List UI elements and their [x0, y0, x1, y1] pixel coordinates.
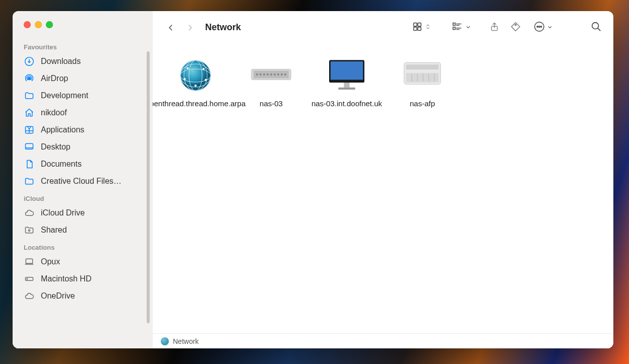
sidebar-item-desktop[interactable]: Desktop [13, 138, 153, 156]
svg-rect-13 [453, 27, 456, 29]
item-name: nas-03.int.doofnet.uk [309, 99, 384, 109]
sidebar-item-label: OneDrive [41, 292, 75, 301]
svg-rect-11 [418, 27, 421, 30]
sidebar-item-label: Documents [41, 160, 82, 169]
svg-point-27 [186, 67, 188, 69]
sidebar-item-documents[interactable]: Documents [13, 156, 153, 173]
close-window-button[interactable] [24, 21, 31, 28]
mac-pro-rack-icon [250, 55, 292, 96]
svg-point-36 [263, 74, 265, 76]
sidebar-item-label: Macintosh HD [41, 274, 91, 283]
sidebar-item-downloads[interactable]: Downloads [13, 53, 153, 70]
svg-point-40 [277, 74, 279, 76]
group-icon [451, 21, 463, 34]
network-item[interactable]: nas-afp [385, 55, 460, 109]
shared-folder-icon [24, 225, 35, 236]
sidebar-item-label: Development [41, 91, 88, 100]
sidebar-item-home[interactable]: nikdoof [13, 104, 153, 121]
sidebar-item-label: Downloads [41, 57, 81, 66]
house-icon [24, 107, 35, 118]
sidebar-item-opux[interactable]: Opux [13, 253, 153, 270]
sidebar-item-development[interactable]: Development [13, 87, 153, 104]
tag-icon [510, 21, 521, 34]
sidebar-section-favourites: Favourites [13, 38, 153, 53]
svg-rect-9 [418, 23, 421, 26]
svg-point-19 [540, 26, 541, 27]
svg-point-30 [205, 79, 207, 81]
window-title: Network [205, 22, 241, 33]
svg-rect-8 [414, 23, 417, 26]
cloud-icon [24, 207, 35, 219]
chevron-down-icon [465, 23, 471, 32]
svg-point-41 [281, 74, 283, 76]
sidebar: Favourites Downloads AirDrop Development… [13, 11, 153, 348]
svg-point-4 [28, 230, 30, 231]
svg-point-34 [256, 74, 258, 76]
path-label: Network [173, 337, 199, 345]
sidebar-item-applications[interactable]: Applications [13, 121, 153, 138]
sidebar-item-creative-cloud[interactable]: Creative Cloud Files… [13, 173, 153, 190]
laptop-icon [24, 256, 35, 267]
sidebar-item-label: Creative Cloud Files… [41, 177, 121, 186]
content-area[interactable]: openthread.thread.home.arpa nas-03 [153, 44, 613, 333]
sidebar-item-icloud-drive[interactable]: iCloud Drive [13, 204, 153, 222]
item-name: nas-03 [258, 99, 285, 109]
fullscreen-window-button[interactable] [46, 21, 53, 28]
main-area: Network [153, 11, 613, 348]
network-globe-icon [174, 55, 217, 96]
minimize-window-button[interactable] [35, 21, 42, 28]
imac-display-icon [326, 55, 368, 96]
svg-rect-46 [338, 88, 355, 90]
sidebar-item-macintosh-hd[interactable]: Macintosh HD [13, 270, 153, 287]
sidebar-item-label: Opux [41, 257, 60, 266]
svg-point-18 [539, 26, 540, 27]
svg-point-28 [203, 68, 205, 70]
sidebar-scroll-indicator[interactable] [147, 51, 150, 323]
svg-rect-3 [26, 143, 33, 149]
share-icon [489, 21, 499, 34]
svg-point-39 [274, 74, 276, 76]
svg-point-7 [27, 278, 28, 279]
tags-button[interactable] [508, 21, 524, 35]
svg-point-1 [28, 78, 31, 80]
chevron-down-icon [547, 23, 553, 32]
svg-rect-5 [26, 259, 32, 263]
sidebar-item-onedrive[interactable]: OneDrive [13, 287, 153, 305]
sidebar-item-label: Applications [41, 125, 84, 134]
sidebar-item-label: Shared [41, 226, 67, 235]
icon-view-icon [412, 21, 423, 34]
sidebar-item-label: iCloud Drive [41, 208, 85, 217]
svg-rect-48 [406, 64, 438, 69]
forward-button[interactable] [183, 21, 197, 35]
sidebar-section-locations: Locations [13, 239, 153, 253]
view-mode-button[interactable] [412, 21, 431, 34]
document-icon [24, 159, 35, 170]
folder-icon [24, 90, 35, 101]
network-item[interactable]: nas-03.int.doofnet.uk [309, 55, 385, 109]
svg-point-15 [515, 24, 517, 25]
sidebar-item-shared[interactable]: Shared [13, 222, 153, 239]
item-name: nas-afp [408, 99, 437, 109]
svg-point-42 [284, 74, 286, 76]
svg-rect-45 [344, 83, 349, 88]
back-button[interactable] [164, 21, 178, 35]
network-item[interactable]: nas-03 [233, 55, 309, 109]
sidebar-item-label: Desktop [41, 142, 71, 152]
ellipsis-circle-icon [534, 21, 545, 34]
path-bar[interactable]: Network [153, 333, 613, 348]
group-by-button[interactable] [451, 21, 471, 34]
sidebar-section-icloud: iCloud [13, 190, 153, 204]
airdrop-icon [24, 73, 35, 84]
cloud-icon [24, 290, 35, 302]
svg-point-17 [537, 26, 538, 27]
network-globe-mini-icon [161, 337, 169, 345]
sidebar-item-airdrop[interactable]: AirDrop [13, 70, 153, 87]
action-menu-button[interactable] [534, 21, 553, 34]
svg-rect-49 [406, 73, 438, 82]
toolbar: Network [153, 11, 613, 44]
share-button[interactable] [486, 21, 502, 35]
svg-point-38 [270, 74, 272, 76]
folder-icon [24, 176, 35, 187]
network-item[interactable]: openthread.thread.home.arpa [158, 55, 233, 109]
search-button[interactable] [588, 21, 604, 35]
